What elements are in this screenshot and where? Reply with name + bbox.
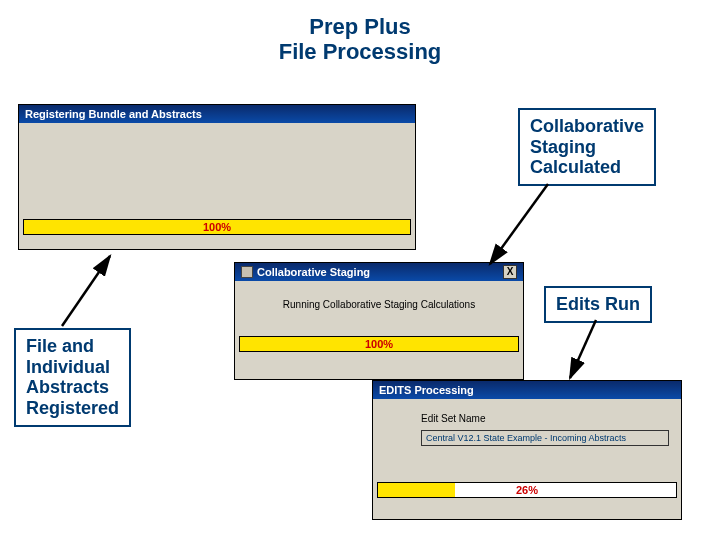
callout-edits-run: Edits Run (544, 286, 652, 323)
progress-bar: 100% (239, 336, 519, 352)
titlebar: Registering Bundle and Abstracts (19, 105, 415, 123)
arrow-staging (490, 184, 548, 264)
progress-text: 100% (240, 337, 518, 351)
callout-line: Registered (26, 398, 119, 418)
titlebar: EDITS Processing (373, 381, 681, 399)
dialog-edits-processing: EDITS Processing Edit Set Name Central V… (372, 380, 682, 520)
field-label: Edit Set Name (373, 399, 681, 428)
callout-line: Calculated (530, 157, 621, 177)
title-line1: Prep Plus (309, 14, 410, 39)
arrow-edits (570, 320, 596, 378)
progress-text: 100% (24, 220, 410, 234)
callout-line: File and (26, 336, 94, 356)
progress-text: 26% (378, 483, 676, 497)
arrow-registered (62, 256, 110, 326)
callout-line: Staging (530, 137, 596, 157)
page-title: Prep Plus File Processing (0, 14, 720, 65)
dialog-title: EDITS Processing (379, 384, 474, 396)
callout-line: Individual (26, 357, 110, 377)
callout-file-registered: File and Individual Abstracts Registered (14, 328, 131, 427)
edit-set-name-field: Central V12.1 State Example - Incoming A… (421, 430, 669, 446)
titlebar: Collaborative Staging X (235, 263, 523, 281)
close-button[interactable]: X (503, 265, 517, 279)
dialog-collaborative-staging: Collaborative Staging X Running Collabor… (234, 262, 524, 380)
callout-collaborative-staging: Collaborative Staging Calculated (518, 108, 656, 186)
progress-bar: 100% (23, 219, 411, 235)
dialog-title: Collaborative Staging (257, 266, 370, 278)
callout-line: Collaborative (530, 116, 644, 136)
dialog-registering-bundle: Registering Bundle and Abstracts 100% (18, 104, 416, 250)
title-line2: File Processing (279, 39, 442, 64)
callout-line: Abstracts (26, 377, 109, 397)
dialog-title: Registering Bundle and Abstracts (25, 108, 202, 120)
message-text: Running Collaborative Staging Calculatio… (235, 281, 523, 332)
form-icon (241, 266, 253, 278)
progress-bar: 26% (377, 482, 677, 498)
